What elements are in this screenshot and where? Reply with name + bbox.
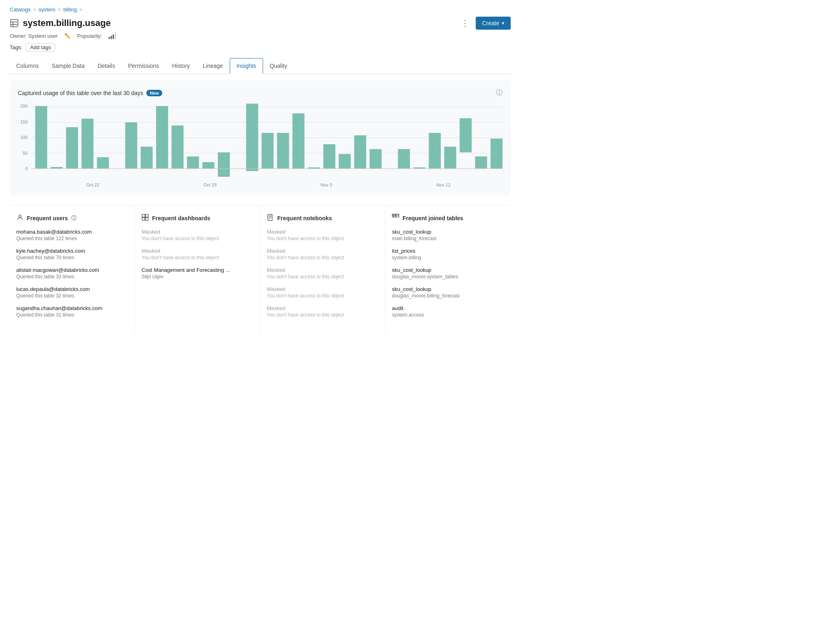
svg-rect-30 bbox=[398, 149, 410, 169]
tab-lineage[interactable]: Lineage bbox=[196, 58, 230, 74]
frequent-users-section: Frequent users ⓘ mohana.basak@databricks… bbox=[10, 206, 135, 332]
svg-rect-40 bbox=[146, 215, 148, 217]
svg-rect-29 bbox=[370, 149, 382, 169]
popularity-label: Popularity: bbox=[77, 33, 102, 39]
title-left: system.billing.usage bbox=[10, 18, 111, 28]
breadcrumb: Catalogs > system > billing > bbox=[10, 7, 511, 13]
tags-row: Tags: Add tags bbox=[10, 43, 511, 52]
tab-history[interactable]: History bbox=[165, 58, 196, 74]
frequent-notebooks-header: Frequent notebooks bbox=[267, 214, 379, 222]
frequent-joined-tables-header: Frequent joined tables bbox=[392, 214, 504, 222]
tab-permissions[interactable]: Permissions bbox=[122, 58, 165, 74]
create-button[interactable]: Create ▾ bbox=[476, 17, 511, 30]
notebook-icon bbox=[267, 214, 274, 222]
frequent-users-info-icon[interactable]: ⓘ bbox=[71, 215, 76, 222]
svg-rect-35 bbox=[475, 156, 487, 169]
notebook-item-2: Masked You don't have access to this obj… bbox=[267, 248, 379, 260]
page-title: system.billing.usage bbox=[23, 18, 111, 28]
joined-tables-icon bbox=[392, 214, 399, 222]
user-item-1: mohana.basak@databricks.com Queried this… bbox=[16, 229, 128, 241]
tab-columns[interactable]: Columns bbox=[10, 58, 45, 74]
y-label-0: 0 bbox=[25, 166, 28, 171]
frequent-dashboards-section: Frequent dashboards Masked You don't hav… bbox=[135, 206, 260, 332]
dashboard-icon bbox=[141, 214, 149, 222]
svg-rect-27 bbox=[339, 154, 351, 169]
bar-2 bbox=[111, 36, 112, 39]
meta-row: Owner: System user ✏️ Popularity: bbox=[10, 33, 511, 39]
x-label-oct22: Oct 22 bbox=[86, 182, 99, 187]
chart-area: 200 150 100 50 0 bbox=[18, 104, 503, 181]
x-axis: Oct 22 Oct 29 Nov 5 Nov 12 bbox=[18, 182, 503, 187]
frequent-users-title: Frequent users bbox=[27, 215, 68, 221]
x-label-nov12: Nov 12 bbox=[436, 182, 450, 187]
breadcrumb-catalogs[interactable]: Catalogs bbox=[10, 7, 30, 13]
breadcrumb-sep-1: > bbox=[33, 7, 36, 13]
y-label-150: 150 bbox=[20, 119, 28, 124]
y-label-100: 100 bbox=[20, 135, 28, 140]
breadcrumb-billing[interactable]: billing bbox=[63, 7, 77, 13]
chart-header: Captured usage of this table over the la… bbox=[18, 89, 503, 97]
frequent-users-header: Frequent users ⓘ bbox=[16, 214, 128, 222]
tabs-bar: Columns Sample Data Details Permissions … bbox=[10, 58, 511, 74]
notebook-item-1: Masked You don't have access to this obj… bbox=[267, 229, 379, 241]
dashboard-item-3: Cost Management and Forecasting ... Stij… bbox=[141, 267, 253, 280]
info-icon[interactable]: ⓘ bbox=[496, 89, 503, 97]
svg-rect-28 bbox=[354, 135, 366, 169]
svg-rect-21 bbox=[246, 104, 258, 171]
breadcrumb-sep-2: > bbox=[58, 7, 61, 13]
bar-1 bbox=[109, 37, 110, 39]
svg-rect-20 bbox=[218, 152, 230, 177]
tab-quality[interactable]: Quality bbox=[263, 58, 294, 74]
more-options-button[interactable]: ⋮ bbox=[458, 17, 472, 30]
freq-sections: Frequent users ⓘ mohana.basak@databricks… bbox=[10, 205, 511, 332]
breadcrumb-system[interactable]: system bbox=[39, 7, 55, 13]
tab-sample-data[interactable]: Sample Data bbox=[45, 58, 91, 74]
table-icon bbox=[10, 19, 19, 28]
svg-rect-22 bbox=[261, 133, 274, 169]
svg-rect-34 bbox=[460, 118, 472, 152]
svg-rect-32 bbox=[429, 133, 441, 169]
notebook-item-3: Masked You don't have access to this obj… bbox=[267, 267, 379, 280]
tab-insights[interactable]: Insights bbox=[230, 58, 263, 74]
svg-rect-50 bbox=[392, 214, 396, 217]
edit-icon[interactable]: ✏️ bbox=[64, 33, 71, 39]
joined-table-item-4: sku_cost_lookup douglas_moore.billing_fo… bbox=[392, 286, 504, 299]
svg-rect-26 bbox=[323, 144, 335, 169]
add-tags-button[interactable]: Add tags bbox=[26, 43, 55, 52]
svg-point-38 bbox=[19, 215, 21, 217]
chart-title: Captured usage of this table over the la… bbox=[18, 90, 162, 96]
svg-rect-18 bbox=[187, 156, 199, 169]
user-item-5: sugandha.chauhan@databricks.com Queried … bbox=[16, 305, 128, 318]
svg-rect-16 bbox=[156, 106, 168, 169]
popularity-bars bbox=[109, 33, 116, 39]
svg-rect-43 bbox=[268, 215, 272, 221]
svg-rect-42 bbox=[146, 218, 148, 221]
tab-details[interactable]: Details bbox=[91, 58, 122, 74]
x-label-nov5: Nov 5 bbox=[321, 182, 333, 187]
bar-3 bbox=[113, 35, 114, 39]
user-item-3: alistair.macgowan@databricks.com Queried… bbox=[16, 267, 128, 280]
frequent-joined-tables-title: Frequent joined tables bbox=[403, 215, 463, 221]
notebook-item-5: Masked You don't have access to this obj… bbox=[267, 305, 379, 318]
joined-table-item-5: audit system.access bbox=[392, 305, 504, 318]
svg-rect-11 bbox=[66, 127, 78, 169]
svg-rect-0 bbox=[11, 20, 18, 27]
joined-table-item-3: sku_cost_lookup douglas_moore.system_tab… bbox=[392, 267, 504, 280]
svg-rect-9 bbox=[35, 106, 48, 169]
chart-svg bbox=[31, 104, 503, 181]
svg-rect-41 bbox=[142, 218, 145, 221]
joined-table-item-2: list_prices system.billing bbox=[392, 248, 504, 260]
frequent-notebooks-title: Frequent notebooks bbox=[277, 215, 332, 221]
user-item-2: kyle.hachey@databricks.com Queried this … bbox=[16, 248, 128, 260]
svg-rect-33 bbox=[444, 147, 457, 169]
notebook-item-4: Masked You don't have access to this obj… bbox=[267, 286, 379, 299]
svg-rect-15 bbox=[141, 147, 153, 169]
svg-rect-23 bbox=[277, 133, 289, 169]
frequent-joined-tables-section: Frequent joined tables sku_cost_lookup m… bbox=[385, 206, 511, 332]
dashboard-item-1: Masked You don't have access to this obj… bbox=[141, 229, 253, 241]
dashboard-item-2: Masked You don't have access to this obj… bbox=[141, 248, 253, 260]
chevron-down-icon: ▾ bbox=[502, 20, 504, 26]
svg-rect-10 bbox=[51, 167, 63, 169]
chart-title-text: Captured usage of this table over the la… bbox=[18, 90, 143, 96]
svg-rect-53 bbox=[396, 214, 399, 217]
